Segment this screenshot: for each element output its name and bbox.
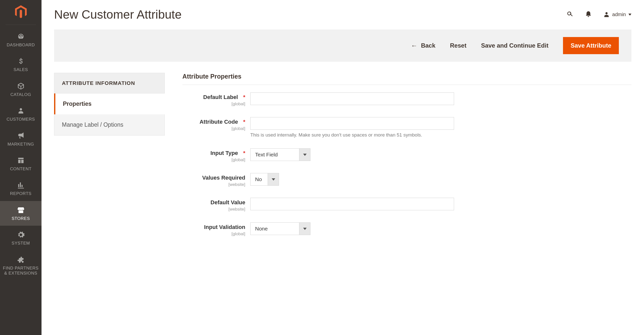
sidebar: DASHBOARD SALES CATALOG CUSTOMERS MARKET… <box>0 0 42 335</box>
nav-stores[interactable]: STORES <box>0 201 42 226</box>
field-attribute-code: Attribute Code * [global] This is used i… <box>182 117 631 138</box>
layout-icon <box>17 156 25 164</box>
user-icon <box>603 11 610 18</box>
select-value: No <box>250 173 268 186</box>
required-star: * <box>243 119 245 125</box>
nav-label: SYSTEM <box>12 241 30 246</box>
nav-label: STORES <box>12 216 30 221</box>
tab-manage-label-options[interactable]: Manage Label / Options <box>54 114 165 136</box>
nav-label: FIND PARTNERS & EXTENSIONS <box>2 266 40 276</box>
nav-partners[interactable]: FIND PARTNERS & EXTENSIONS <box>0 251 42 281</box>
field-label: Default Label <box>203 94 238 100</box>
form-area: Attribute Properties Default Label * [gl… <box>182 73 631 247</box>
box-icon <box>17 82 25 90</box>
field-input-validation: Input Validation [global] None <box>182 222 631 237</box>
field-scope: [global] <box>182 231 245 237</box>
nav-label: CATALOG <box>10 92 31 97</box>
nav-label: SALES <box>14 67 28 72</box>
field-scope: [global] <box>182 102 245 107</box>
default-value-input[interactable] <box>250 198 454 210</box>
gear-icon <box>17 231 25 239</box>
select-value: Text Field <box>250 148 299 161</box>
back-label: Back <box>421 42 435 49</box>
nav-dashboard[interactable]: DASHBOARD <box>0 27 42 52</box>
page-title: New Customer Attribute <box>54 8 566 21</box>
field-scope: [website] <box>182 207 245 212</box>
chevron-down-icon <box>268 173 279 186</box>
nav-label: DASHBOARD <box>7 43 35 48</box>
attribute-info-panel: ATTRIBUTE INFORMATION Properties Manage … <box>54 73 165 247</box>
nav-marketing[interactable]: MARKETING <box>0 127 42 151</box>
magento-logo[interactable] <box>6 5 36 25</box>
admin-account-menu[interactable]: admin <box>603 11 631 18</box>
field-label: Values Required <box>202 175 245 181</box>
field-scope: [website] <box>182 182 245 187</box>
tab-properties[interactable]: Properties <box>54 93 165 114</box>
nav-catalog[interactable]: CATALOG <box>0 77 42 102</box>
attribute-code-input[interactable] <box>250 117 454 130</box>
bars-icon <box>17 181 25 189</box>
chevron-down-icon <box>299 222 310 235</box>
reset-button[interactable]: Reset <box>450 42 466 49</box>
default-label-input[interactable] <box>250 92 454 105</box>
nav-system[interactable]: SYSTEM <box>0 226 42 250</box>
nav-customers[interactable]: CUSTOMERS <box>0 102 42 126</box>
nav-label: CONTENT <box>10 166 32 172</box>
nav-label: MARKETING <box>8 142 34 147</box>
required-star: * <box>243 94 245 100</box>
notifications-icon[interactable] <box>585 10 592 19</box>
section-title: Attribute Properties <box>182 73 631 85</box>
nav-label: CUSTOMERS <box>7 117 35 122</box>
field-default-label: Default Label * [global] <box>182 92 631 107</box>
save-continue-button[interactable]: Save and Continue Edit <box>481 42 548 49</box>
page-header: New Customer Attribute admin <box>42 0 644 29</box>
field-scope: [global] <box>182 157 245 162</box>
main-content: New Customer Attribute admin ← Back Rese… <box>42 0 644 335</box>
store-icon <box>17 206 25 214</box>
nav-reports[interactable]: REPORTS <box>0 176 42 201</box>
select-value: None <box>250 222 299 235</box>
values-required-select[interactable]: No <box>250 173 631 186</box>
attribute-code-help: This is used internally. Make sure you d… <box>250 132 631 138</box>
field-label: Default Value <box>211 199 245 206</box>
person-icon <box>17 107 25 115</box>
panel-heading: ATTRIBUTE INFORMATION <box>54 73 165 93</box>
required-star: * <box>243 150 245 156</box>
nav-content[interactable]: CONTENT <box>0 151 42 176</box>
chevron-down-icon <box>299 148 310 161</box>
search-icon[interactable] <box>566 10 574 19</box>
action-bar: ← Back Reset Save and Continue Edit Save… <box>54 29 631 62</box>
field-label: Attribute Code <box>199 119 238 125</box>
chevron-down-icon <box>628 14 631 16</box>
arrow-left-icon: ← <box>411 42 417 50</box>
megaphone-icon <box>17 132 25 140</box>
puzzle-icon <box>17 256 25 264</box>
save-attribute-button[interactable]: Save Attribute <box>563 37 619 54</box>
input-validation-select[interactable]: None <box>250 222 631 235</box>
back-button[interactable]: ← Back <box>411 42 435 50</box>
dollar-icon <box>17 57 25 65</box>
nav-sales[interactable]: SALES <box>0 52 42 77</box>
field-label: Input Type <box>210 150 238 156</box>
field-default-value: Default Value [website] <box>182 198 631 212</box>
field-label: Input Validation <box>204 224 245 230</box>
dashboard-icon <box>17 32 25 41</box>
field-input-type: Input Type * [global] Text Field <box>182 148 631 162</box>
field-scope: [global] <box>182 126 245 131</box>
admin-username: admin <box>612 12 626 17</box>
input-type-select[interactable]: Text Field <box>250 148 631 161</box>
field-values-required: Values Required [website] No <box>182 173 631 187</box>
nav-label: REPORTS <box>10 191 31 196</box>
